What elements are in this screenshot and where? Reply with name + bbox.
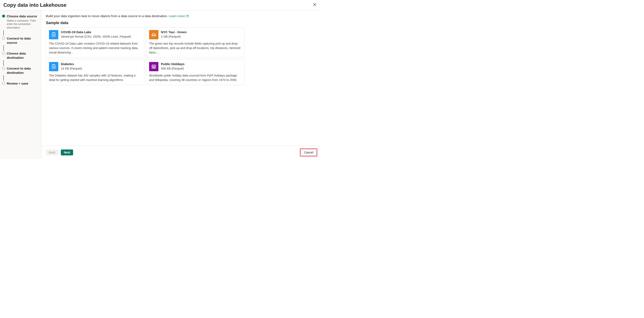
sample-data-grid: COVID-19 Data Lake Varied per format (CS… xyxy=(46,27,244,85)
intro-sentence: Build your data ingestion task to move o… xyxy=(46,14,169,18)
car-icon xyxy=(149,30,158,39)
step-connector xyxy=(4,45,4,51)
wizard-steps-sidebar: Choose data source Select a connector. T… xyxy=(0,10,41,159)
step-connect-to-data-source[interactable]: Connect to data source xyxy=(2,36,39,45)
card-subtitle: 2 GB (Parquet) xyxy=(161,35,186,39)
card-diabetes[interactable]: Diabetes 14 KB (Parquet) The Diabetes da… xyxy=(46,59,144,85)
cancel-highlight: Cancel xyxy=(300,148,317,156)
step-choose-data-source[interactable]: Choose data source Select a connector. T… xyxy=(2,14,39,30)
svg-point-5 xyxy=(152,35,153,36)
svg-point-14 xyxy=(154,67,155,67)
card-covid-19-data-lake[interactable]: COVID-19 Data Lake Varied per format (CS… xyxy=(46,27,144,58)
step-title: Choose data source xyxy=(7,14,39,19)
calendar-icon xyxy=(149,62,158,71)
learn-more-label: Learn more xyxy=(169,14,185,18)
card-subtitle: 14 KB (Parquet) xyxy=(61,67,82,71)
step-title: Review + save xyxy=(7,81,39,86)
close-button[interactable] xyxy=(312,2,318,8)
main-panel: Build your data ingestion task to move o… xyxy=(41,10,322,159)
step-connector xyxy=(4,30,4,36)
close-icon xyxy=(313,3,316,8)
cancel-button[interactable]: Cancel xyxy=(301,149,316,156)
step-bullet xyxy=(2,37,5,40)
step-choose-data-destination[interactable]: Choose data destination xyxy=(2,51,39,60)
step-bullet xyxy=(2,52,5,55)
intro-text: Build your data ingestion task to move o… xyxy=(46,14,317,18)
card-nyc-taxi-green[interactable]: NYC Taxi - Green 2 GB (Parquet) The gree… xyxy=(146,27,244,58)
step-review-save[interactable]: Review + save xyxy=(2,81,39,86)
card-description: The COVID-19 Data Lake contains COVID-19… xyxy=(49,42,141,55)
card-description: The Diabetes dataset has 442 samples wit… xyxy=(49,73,141,82)
svg-point-15 xyxy=(153,68,153,68)
copy-data-dialog: Copy data into Lakehouse Choose data sou… xyxy=(0,0,322,159)
section-title-sample-data: Sample data xyxy=(46,21,317,25)
card-description: The green taxi trip records include fiel… xyxy=(149,42,241,55)
card-title: COVID-19 Data Lake xyxy=(61,30,131,34)
step-title: Choose data destination xyxy=(7,51,39,60)
main-content: Build your data ingestion task to move o… xyxy=(41,10,322,146)
dialog-body: Choose data source Select a connector. T… xyxy=(0,10,322,159)
card-public-holidays[interactable]: Public Holidays 500 KB (Parquet) Worldwi… xyxy=(146,59,244,85)
svg-point-6 xyxy=(154,35,155,36)
dialog-header: Copy data into Lakehouse xyxy=(0,0,322,10)
card-title: NYC Taxi - Green xyxy=(161,30,186,34)
step-bullet-active xyxy=(2,15,5,18)
step-connect-to-data-destination[interactable]: Connect to data destination xyxy=(2,66,39,75)
card-subtitle: Varied per format (CSV, JSON, JSON Lines… xyxy=(61,35,131,39)
learn-more-link[interactable]: Learn more xyxy=(169,14,189,18)
step-connector xyxy=(4,75,4,81)
step-description: Select a connector. Then enter the conne… xyxy=(7,19,39,30)
dialog-footer: Back Next Cancel xyxy=(41,146,322,159)
back-button: Back xyxy=(46,149,58,155)
svg-point-12 xyxy=(153,67,153,67)
card-title: Public Holidays xyxy=(161,62,184,66)
svg-point-17 xyxy=(154,68,155,68)
card-description: Worldwide public holiday data sourced fr… xyxy=(149,73,241,82)
external-link-icon xyxy=(186,15,189,18)
clipboard-pulse-icon xyxy=(49,30,58,39)
step-title: Connect to data destination xyxy=(7,66,39,75)
clipboard-pulse-icon xyxy=(49,62,58,71)
step-bullet xyxy=(2,67,5,70)
card-title: Diabetes xyxy=(61,62,82,66)
step-title: Connect to data source xyxy=(7,36,39,45)
svg-point-13 xyxy=(154,67,154,67)
step-bullet xyxy=(2,82,5,85)
svg-point-16 xyxy=(154,68,154,68)
card-subtitle: 500 KB (Parquet) xyxy=(161,67,184,71)
dialog-title: Copy data into Lakehouse xyxy=(4,2,66,8)
step-connector xyxy=(4,60,4,66)
next-button[interactable]: Next xyxy=(61,149,73,155)
